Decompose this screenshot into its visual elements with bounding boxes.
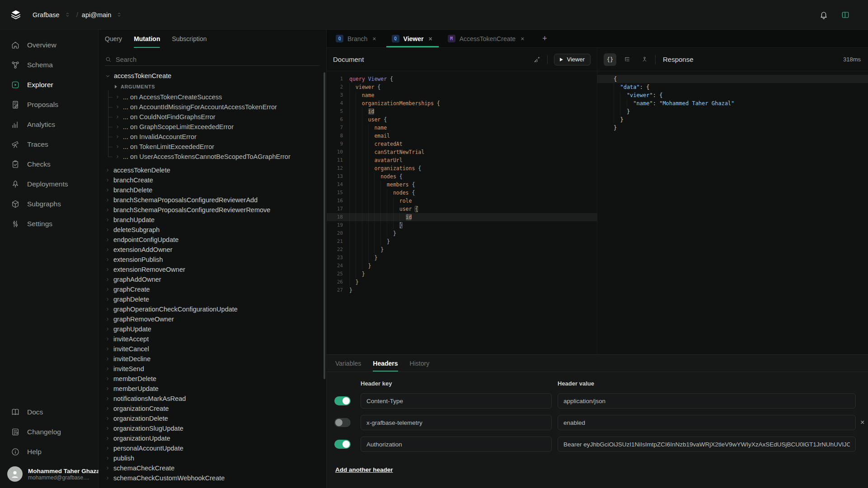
- tab-history[interactable]: History: [410, 355, 430, 372]
- sidebar-item-changelog[interactable]: Changelog: [0, 422, 98, 442]
- header-value-input[interactable]: [558, 415, 856, 430]
- sidebar-item-checks[interactable]: Checks: [0, 154, 98, 174]
- close-tab-icon[interactable]: ×: [520, 35, 525, 43]
- mutation-item-deletesubgraph[interactable]: deleteSubgraph: [105, 225, 326, 235]
- fragment-item[interactable]: ... on CouldNotFindGraphsError: [105, 112, 326, 122]
- scrollbar[interactable]: [324, 72, 325, 379]
- remove-header-button[interactable]: ×: [860, 418, 864, 427]
- new-tab-button[interactable]: +: [535, 30, 554, 47]
- tab-mutation[interactable]: Mutation: [134, 30, 160, 48]
- org-switcher-icon[interactable]: [64, 11, 71, 18]
- mutation-item-branchupdate[interactable]: branchUpdate: [105, 215, 326, 225]
- header-value-input[interactable]: [558, 437, 856, 452]
- code-editor[interactable]: 1query Viewer {2viewer {3name4organizati…: [327, 71, 597, 294]
- mutation-item-invitesend[interactable]: inviteSend: [105, 364, 326, 374]
- mutation-item-extensionpublish[interactable]: extensionPublish: [105, 255, 326, 265]
- mutation-item-organizationdelete[interactable]: organizationDelete: [105, 414, 326, 423]
- mutation-item-extensionremoveowner[interactable]: extensionRemoveOwner: [105, 265, 326, 274]
- breadcrumb-org[interactable]: Grafbase: [33, 11, 60, 19]
- mutation-item-memberdelete[interactable]: memberDelete: [105, 374, 326, 384]
- header-key-input[interactable]: [361, 415, 552, 430]
- mutation-item-schemacheckcreate[interactable]: schemaCheckCreate: [105, 463, 326, 473]
- sidebar-item-settings[interactable]: Settings: [0, 214, 98, 234]
- mutation-item-graphoperationcheckconfigurationupdate[interactable]: graphOperationCheckConfigurationUpdate: [105, 304, 326, 314]
- sidebar-item-schema[interactable]: Schema: [0, 55, 98, 75]
- mutation-label: branchUpdate: [113, 216, 155, 223]
- fragment-item[interactable]: ... on GraphScopeLimitExceededError: [105, 122, 326, 132]
- mutation-item-notificationsmarkasread[interactable]: notificationsMarkAsRead: [105, 394, 326, 404]
- mutation-item-memberupdate[interactable]: memberUpdate: [105, 384, 326, 394]
- mutation-item-branchcreate[interactable]: branchCreate: [105, 175, 326, 185]
- header-key-input[interactable]: [361, 437, 552, 452]
- indent-guide: [349, 99, 350, 107]
- header-value-input[interactable]: [558, 393, 856, 409]
- sidebar-item-analytics[interactable]: Analytics: [0, 115, 98, 135]
- grafbase-logo-icon[interactable]: [10, 9, 22, 21]
- close-tab-icon[interactable]: ×: [371, 35, 377, 43]
- sidebar: OverviewSchemaExplorerProposalsAnalytics…: [0, 30, 99, 488]
- mutation-item-graphupdate[interactable]: graphUpdate: [105, 324, 326, 334]
- mutation-item-publish[interactable]: publish: [105, 453, 326, 463]
- fragment-item[interactable]: ... on InvalidAccountError: [105, 132, 326, 142]
- tab-headers[interactable]: Headers: [373, 355, 398, 372]
- sidebar-item-traces[interactable]: Traces: [0, 135, 98, 154]
- sidebar-item-explorer[interactable]: Explorer: [0, 75, 98, 95]
- mutation-item-accesstokendelete[interactable]: accessTokenDelete: [105, 165, 326, 175]
- mutation-item-branchschemaproposalsconfiguredrevieweradd[interactable]: branchSchemaProposalsConfiguredReviewerA…: [105, 195, 326, 205]
- document-tab-branch[interactable]: QBranch×: [330, 30, 383, 47]
- header-enabled-toggle[interactable]: [334, 440, 351, 449]
- fragment-item[interactable]: ... on AccountIdMissingForAccountAccessT…: [105, 102, 326, 112]
- mutation-item-extensionaddowner[interactable]: extensionAddOwner: [105, 245, 326, 255]
- mutation-item-branchschemaproposalsconfiguredreviewerremove[interactable]: branchSchemaProposalsConfiguredReviewerR…: [105, 205, 326, 215]
- mutation-item-branchdelete[interactable]: branchDelete: [105, 185, 326, 195]
- response-json[interactable]: {"data": {"viewer": {"name": "Mohammed T…: [597, 71, 868, 132]
- close-tab-icon[interactable]: ×: [427, 35, 433, 43]
- mutation-item-inviteaccept[interactable]: inviteAccept: [105, 334, 326, 344]
- fragment-item[interactable]: ... on UserAccessTokensCannotBeScopedToA…: [105, 152, 326, 162]
- sidebar-item-proposals[interactable]: Proposals: [0, 95, 98, 115]
- tab-variables[interactable]: Variables: [335, 355, 361, 372]
- arguments-toggle[interactable]: ARGUMENTS: [105, 81, 326, 92]
- mutation-item-organizationupdate[interactable]: organizationUpdate: [105, 433, 326, 443]
- tree-node-accesstokencreate[interactable]: accessTokenCreate: [105, 70, 326, 81]
- mutation-item-personalaccountupdate[interactable]: personalAccountUpdate: [105, 443, 326, 453]
- user-menu[interactable]: Mohammed Taher Ghazal mohammed@grafbase.…: [0, 462, 98, 482]
- document-tab-viewer[interactable]: QViewer×: [386, 30, 439, 47]
- mutation-item-graphaddowner[interactable]: graphAddOwner: [105, 274, 326, 284]
- sidebar-item-subgraphs[interactable]: Subgraphs: [0, 194, 98, 214]
- expand-icon: [105, 336, 110, 342]
- search-input[interactable]: [116, 56, 320, 63]
- run-operation-button[interactable]: Viewer: [554, 54, 591, 65]
- mutation-item-invitedecline[interactable]: inviteDecline: [105, 354, 326, 364]
- sidebar-item-deployments[interactable]: Deployments: [0, 174, 98, 194]
- project-switcher-icon[interactable]: [116, 11, 122, 18]
- tab-subscription[interactable]: Subscription: [172, 30, 206, 48]
- sidebar-item-help[interactable]: Help: [0, 442, 98, 462]
- mutation-item-invitecancel[interactable]: inviteCancel: [105, 344, 326, 354]
- breadcrumb-project[interactable]: api@main: [82, 11, 112, 19]
- mutation-item-graphremoveowner[interactable]: graphRemoveOwner: [105, 314, 326, 324]
- prettify-icon[interactable]: [533, 56, 541, 63]
- mutation-item-organizationcreate[interactable]: organizationCreate: [105, 404, 326, 414]
- mutation-item-graphcreate[interactable]: graphCreate: [105, 284, 326, 294]
- add-header-link[interactable]: Add another header: [335, 466, 393, 473]
- sidebar-item-overview[interactable]: Overview: [0, 35, 98, 55]
- node-graph-view-icon[interactable]: [638, 53, 651, 66]
- document-tab-accesstokencreate[interactable]: MAccessTokenCreate×: [442, 30, 531, 47]
- fragment-item[interactable]: ... on AccessTokenCreateSuccess: [105, 92, 326, 102]
- mutation-item-graphdelete[interactable]: graphDelete: [105, 294, 326, 304]
- tab-query[interactable]: Query: [105, 30, 122, 48]
- indent-guide: [356, 213, 356, 221]
- header-enabled-toggle[interactable]: [334, 418, 351, 427]
- fragment-item[interactable]: ... on TokenLimitExceededError: [105, 142, 326, 152]
- sidebar-item-docs[interactable]: Docs: [0, 402, 98, 422]
- braces-view-icon[interactable]: {}: [604, 53, 616, 66]
- header-enabled-toggle[interactable]: [334, 396, 351, 405]
- mutation-item-organizationslugupdate[interactable]: organizationSlugUpdate: [105, 423, 326, 433]
- tree-list-view-icon[interactable]: [621, 53, 633, 66]
- mutation-item-endpointconfigupdate[interactable]: endpointConfigUpdate: [105, 235, 326, 245]
- split-panel-icon[interactable]: [841, 10, 850, 19]
- mutation-item-schemacheckcustomwebhookcreate[interactable]: schemaCheckCustomWebhookCreate: [105, 473, 326, 483]
- header-key-input[interactable]: [361, 393, 552, 409]
- notifications-bell-icon[interactable]: [819, 10, 828, 19]
